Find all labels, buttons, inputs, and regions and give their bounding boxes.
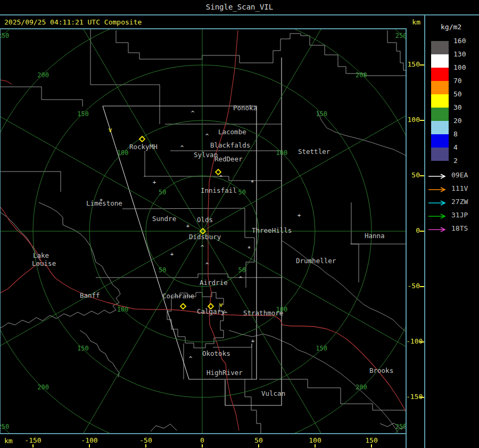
bottom-axis-tick — [202, 444, 203, 447]
radar-map-canvas[interactable]: 5050505010010010010015015015015020020020… — [1, 29, 406, 433]
caret-marker: ^ — [205, 133, 209, 140]
111V-arrow-icon — [428, 185, 448, 191]
bottom-axis-label: -50 — [139, 436, 152, 444]
svg-text:50: 50 — [238, 266, 246, 274]
radar-site-diamond-marker — [180, 304, 186, 309]
31JP-arrow-icon — [428, 211, 448, 218]
rivers — [229, 111, 406, 433]
map-border-right — [406, 28, 407, 448]
bottom-axis-tick — [145, 444, 146, 447]
legend-scale-value: 30 — [453, 103, 462, 111]
bottom-axis-label: 50 — [254, 436, 263, 444]
legend-scale-value: 50 — [453, 90, 462, 98]
legend-scale-value: 130 — [453, 50, 466, 58]
legend-color-swatch — [431, 94, 449, 108]
place-label: Limestone — [86, 199, 122, 207]
legend-scale-value: 100 — [453, 63, 466, 71]
place-label: Sundre — [152, 215, 176, 223]
svg-text:150: 150 — [77, 110, 89, 118]
caret-marker: ^ — [191, 110, 195, 117]
radar-app-window: { "title_bar": { "title": "Single_Scan_V… — [0, 0, 479, 448]
svg-text:200: 200 — [356, 71, 367, 79]
place-label: Cochrane — [162, 292, 194, 300]
caret-marker: ^ — [189, 355, 193, 362]
legend-scale-value: 8 — [453, 130, 458, 138]
place-label: ThreeHills — [252, 226, 292, 234]
svg-text:200: 200 — [356, 384, 367, 391]
legend-color-swatch — [431, 121, 449, 134]
bottom-axis-tick — [371, 444, 372, 447]
place-label: Innisfail — [201, 186, 237, 194]
27ZW-arrow-icon — [428, 198, 448, 205]
right-axis-label: 50 — [406, 171, 420, 179]
legend-unit-label: kg/m2 — [441, 23, 461, 31]
svg-text:250: 250 — [395, 423, 406, 430]
svg-text:150: 150 — [316, 345, 327, 352]
place-label: Olds — [197, 216, 213, 224]
svg-text:50: 50 — [238, 189, 246, 196]
right-axis-label: -100 — [406, 337, 420, 345]
right-axis-tick — [420, 64, 424, 66]
bottom-axis-label: -100 — [81, 436, 97, 444]
legend-scale-value: 4 — [453, 143, 458, 151]
bottom-axis-tick — [89, 444, 90, 447]
bottom-axis-label: 150 — [365, 436, 377, 444]
09EA-arrow-icon — [428, 172, 448, 178]
bottom-axis-label: 100 — [309, 436, 321, 444]
place-label: Louise — [32, 259, 56, 267]
svg-text:100: 100 — [117, 306, 129, 313]
radar-site-code: 09EA — [451, 171, 468, 179]
bottom-axis-unit-label: km — [4, 437, 13, 445]
svg-text:250: 250 — [1, 423, 9, 430]
plus-marker: + — [170, 251, 174, 258]
v-marker: v — [219, 301, 222, 308]
place-label: RockyMH — [129, 143, 158, 151]
right-axis-tick — [420, 231, 424, 232]
right-axis-label: 0 — [406, 226, 420, 234]
legend-scale-value: 160 — [453, 37, 466, 45]
svg-text:50: 50 — [159, 189, 166, 196]
asterisk-marker: * — [251, 179, 254, 186]
place-label: Lacombe — [218, 128, 246, 136]
bottom-axis-label: 0 — [200, 436, 204, 444]
radar-site-code: 111V — [451, 184, 468, 192]
window-title: Single_Scan_VIL — [0, 0, 479, 15]
legend-color-swatch — [431, 54, 449, 68]
place-label: Brooks — [369, 366, 393, 374]
caret-marker: ^ — [219, 174, 223, 181]
18TS-arrow-icon — [428, 225, 448, 231]
bottom-axis-tick — [258, 444, 259, 447]
highways — [1, 30, 406, 430]
svg-text:50: 50 — [159, 266, 166, 274]
place-label: Banff — [80, 291, 100, 299]
radar-site-code: 31JP — [451, 211, 468, 219]
place-label: Drumheller — [296, 257, 336, 265]
legend-color-swatch — [431, 68, 449, 81]
legend-color-swatch — [431, 108, 449, 121]
radar-site-code: 27ZW — [451, 198, 468, 206]
place-labels: PonokaLacombeBlackfaldsSylvanRedDeerInni… — [32, 104, 393, 397]
place-label: Ponoka — [233, 104, 257, 112]
caret-marker: ^ — [239, 275, 243, 282]
right-axis-tick — [420, 397, 424, 398]
svg-text:100: 100 — [276, 149, 288, 157]
asterisk-marker: * — [247, 245, 251, 252]
right-axis-label: 150 — [406, 60, 420, 68]
caret-marker: ^ — [224, 311, 228, 317]
radar-site-code: 18TS — [451, 224, 468, 232]
asterisk-marker: * — [100, 198, 103, 205]
panel-divider — [424, 15, 425, 448]
place-label: Didsbury — [189, 233, 221, 241]
place-label: Strathmore — [243, 309, 283, 317]
plus-marker: + — [251, 338, 255, 345]
right-axis-unit-label: km — [374, 18, 420, 26]
right-axis-tick — [420, 175, 424, 176]
legend-scale-value: 70 — [453, 77, 462, 85]
right-axis-tick — [420, 286, 424, 287]
place-label: RedDeer — [214, 155, 243, 163]
place-label: Airdrie — [200, 279, 228, 287]
svg-text:150: 150 — [316, 110, 327, 118]
svg-text:250: 250 — [395, 32, 406, 39]
place-label: Stettler — [298, 148, 331, 156]
place-label: Lake — [33, 251, 49, 259]
